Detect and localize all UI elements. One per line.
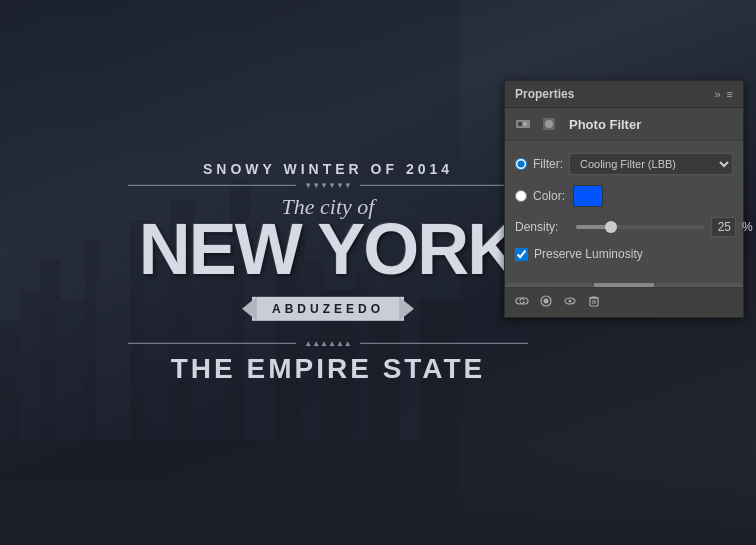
filter-dropdown[interactable]: Cooling Filter (LBB) Warming Filter (85)… (569, 153, 733, 175)
color-radio[interactable] (515, 190, 527, 202)
link-icon[interactable] (515, 294, 529, 311)
ribbon-text: ABDUZEEDO (252, 297, 404, 321)
panel-title: Properties (515, 87, 574, 101)
svg-rect-22 (518, 122, 522, 126)
svg-point-23 (523, 122, 527, 126)
svg-point-25 (545, 120, 553, 128)
eye-icon[interactable] (563, 294, 577, 311)
color-swatch[interactable] (573, 185, 603, 207)
preserve-luminosity-row: Preserve Luminosity (515, 247, 733, 261)
svg-rect-30 (590, 298, 598, 306)
panel-footer (505, 287, 743, 317)
tab-icon-mask[interactable] (539, 114, 559, 134)
properties-panel: Properties » ≡ Photo Filter (504, 80, 744, 318)
trash-icon[interactable] (587, 294, 601, 311)
svg-point-27 (544, 299, 549, 304)
panel-header: Properties » ≡ (505, 81, 743, 108)
density-row: Density: 25 % (515, 217, 733, 237)
panel-body: Filter: Cooling Filter (LBB) Warming Fil… (505, 141, 743, 281)
density-value: 25 (711, 217, 736, 237)
preserve-luminosity-label: Preserve Luminosity (534, 247, 643, 261)
menu-icon[interactable]: ≡ (727, 88, 733, 100)
canvas-text-overlay: SNOWY WINTER OF 2014 ▼▼▼▼▼▼ The city of … (128, 160, 528, 384)
density-slider[interactable] (576, 225, 705, 229)
filter-radio[interactable] (515, 158, 527, 170)
color-label: Color: (533, 189, 565, 203)
density-percent: % (742, 220, 753, 234)
deco-line-1: ▼▼▼▼▼▼ (128, 180, 528, 189)
preserve-luminosity-checkbox[interactable] (515, 248, 528, 261)
new-york-text: NEW YORK (128, 214, 528, 282)
color-radio-label[interactable]: Color: (515, 189, 565, 203)
adjustment-icon (515, 116, 531, 132)
double-arrow-icon[interactable]: » (714, 88, 720, 100)
filter-radio-label[interactable]: Filter: (515, 157, 563, 171)
density-label: Density: (515, 220, 570, 234)
empire-state-text: THE EMPIRE STATE (128, 353, 528, 385)
panel-header-icons: » ≡ (714, 88, 733, 100)
ground-overlay (0, 445, 756, 545)
svg-point-29 (569, 300, 572, 303)
photo-filter-heading: Photo Filter (569, 117, 641, 132)
panel-tabs: Photo Filter (505, 108, 743, 141)
mask-tab-icon (541, 116, 557, 132)
tab-icon-adjustment[interactable] (513, 114, 533, 134)
deco-line-2: ▲▲▲▲▲▲ (128, 339, 528, 348)
footer-icons (515, 294, 601, 311)
filter-row: Filter: Cooling Filter (LBB) Warming Fil… (515, 153, 733, 175)
color-row: Color: (515, 185, 733, 207)
snowy-winter-text: SNOWY WINTER OF 2014 (128, 160, 528, 176)
filter-label: Filter: (533, 157, 563, 171)
mask-icon[interactable] (539, 294, 553, 311)
